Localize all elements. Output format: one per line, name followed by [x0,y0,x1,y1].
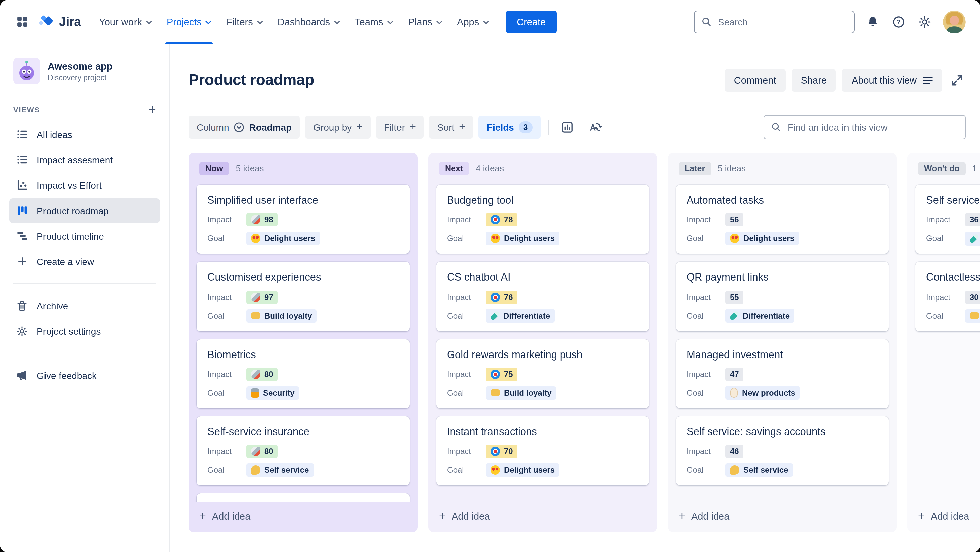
views-header: VIEWS + [13,103,156,116]
idea-card[interactable]: Disposable virtual cardsImpact79 [197,494,409,502]
idea-card[interactable]: BiometricsImpact80GoalSecurity [197,339,409,408]
impact-row: Impact98 [207,212,399,227]
body-row: Awesome app Discovery project VIEWS + Al… [0,44,980,552]
filter-chip[interactable]: Filter+ [376,116,424,139]
sidebar-item-product-timeline[interactable]: Product timeline [10,223,160,248]
goal-value: Self service [264,466,309,475]
idea-title: Self-service insurance [207,425,399,438]
nav-item-apps[interactable]: Apps [450,0,496,44]
idea-card[interactable]: CS chatbot AIImpact76GoalDifferentiate [436,262,649,331]
impact-badge: 97 [246,290,278,304]
app-window: Jira Your workProjectsFiltersDashboardsT… [0,0,980,552]
nav-item-label: Apps [457,16,479,27]
column-grouping-chip[interactable]: Column Roadmap [189,116,300,139]
impact-badge: 30 [965,290,980,304]
comment-button[interactable]: Comment [725,69,786,92]
heart-eyes-icon [490,466,500,475]
goal-value: New products [742,388,795,398]
impact-badge: 75 [486,367,518,381]
idea-title: Customised experiences [207,270,399,284]
sidebar-item-all-ideas[interactable]: All ideas [10,122,160,147]
column-card-list: Budgeting toolImpact78GoalDelight usersC… [428,183,657,502]
nav-item-label: Your work [99,16,142,27]
global-search-input[interactable] [717,16,847,28]
give-feedback-button[interactable]: Give feedback [10,363,160,388]
sort-chip[interactable]: Sort+ [429,116,473,139]
add-idea-button[interactable]: +Add idea [189,502,418,532]
insights-icon[interactable] [556,116,579,139]
sort-alphabetical-icon[interactable] [584,116,606,139]
nav-item-plans[interactable]: Plans [401,0,450,44]
idea-card[interactable]: QR payment linksImpact55GoalDifferentiat… [676,262,889,331]
page-title: Product roadmap [189,71,314,89]
nav-item-teams[interactable]: Teams [347,0,401,44]
call-me-icon [730,466,740,475]
idea-card[interactable]: Managed investmentImpact47GoalNew produc… [676,339,889,408]
impact-row: Impact47 [687,367,878,381]
idea-card[interactable]: Self service: savings accountsImpact46Go… [676,416,889,486]
impact-value: 80 [264,447,274,456]
sidebar-item-impact-vs-effort[interactable]: Impact vs Effort [10,173,160,198]
nav-item-filters[interactable]: Filters [219,0,270,44]
sidebar-item-project-settings[interactable]: Project settings [10,319,160,343]
nav-item-label: Teams [355,16,383,27]
project-header[interactable]: Awesome app Discovery project [10,56,160,86]
create-button[interactable]: Create [506,10,557,33]
settings-gear-icon[interactable] [917,14,933,30]
global-search[interactable] [694,10,854,33]
goal-row: GoalDelight users [447,463,638,478]
fullscreen-icon[interactable] [948,69,966,92]
test-tube-icon [490,311,500,321]
find-idea-search[interactable] [764,115,966,139]
help-icon[interactable]: ? [891,14,907,30]
idea-card[interactable]: Customised experiencesImpact97GoalBuild … [197,262,409,331]
add-idea-button[interactable]: +Add idea [907,502,980,532]
heart-eyes-icon [251,234,260,243]
idea-card[interactable]: Self service:Impact36GoalDifferentiate [915,185,980,254]
jira-logo[interactable]: Jira [33,14,92,29]
impact-value: 76 [504,292,513,302]
user-avatar[interactable] [943,10,966,33]
goal-label: Goal [447,311,486,321]
add-idea-button[interactable]: +Add idea [428,502,657,532]
nav-item-dashboards[interactable]: Dashboards [270,0,347,44]
fields-chip[interactable]: Fields 3 [479,116,540,139]
nav-item-your-work[interactable]: Your work [92,0,159,44]
idea-card[interactable]: Instant transactionsImpact70GoalDelight … [436,416,649,486]
list-icon [16,129,28,140]
idea-card[interactable]: Self-service insuranceImpact80GoalSelf s… [197,416,409,486]
impact-row: Impact80 [207,444,399,459]
impact-row: Impact55 [687,290,878,304]
find-idea-input[interactable] [786,121,958,133]
goal-badge: Security [246,386,299,400]
about-view-button[interactable]: About this view [842,69,942,92]
idea-card[interactable]: Budgeting toolImpact78GoalDelight users [436,185,649,254]
plus-icon: + [679,510,685,522]
idea-card[interactable]: ContactlessImpact30GoalBuild loyalty [915,262,980,331]
sidebar-item-product-roadmap[interactable]: Product roadmap [10,198,160,223]
board-column-won-t-do: Won't do1 ideaSelf service:Impact36GoalD… [907,153,980,532]
share-button[interactable]: Share [792,69,836,92]
goal-row: GoalSelf service [207,463,399,478]
group-by-chip[interactable]: Group by+ [305,116,371,139]
sidebar-item-archive[interactable]: Archive [10,293,160,318]
sidebar-item-create-a-view[interactable]: Create a view [10,249,160,274]
idea-card[interactable]: Gold rewards marketing pushImpact75GoalB… [436,339,649,408]
goal-value: Build loyalty [504,388,552,398]
idea-card[interactable]: Simplified user interfaceImpact98GoalDel… [197,185,409,254]
impact-value: 47 [730,370,739,379]
app-switcher-icon[interactable] [11,10,33,33]
notifications-icon[interactable] [865,14,881,30]
add-view-button[interactable]: + [148,103,156,116]
goal-value: Delight users [504,466,555,475]
board-icon [16,205,28,216]
idea-title: Gold rewards marketing push [447,348,638,361]
primary-nav-items: Your workProjectsFiltersDashboardsTeamsP… [92,0,496,44]
add-idea-button[interactable]: +Add idea [668,502,897,532]
nav-item-projects[interactable]: Projects [159,0,219,44]
idea-title: Budgeting tool [447,193,638,207]
impact-row: Impact75 [447,367,638,381]
goal-row: GoalDifferentiate [926,231,980,246]
idea-card[interactable]: Automated tasksImpact56GoalDelight users [676,185,889,254]
sidebar-item-impact-assesment[interactable]: Impact assesment [10,147,160,172]
